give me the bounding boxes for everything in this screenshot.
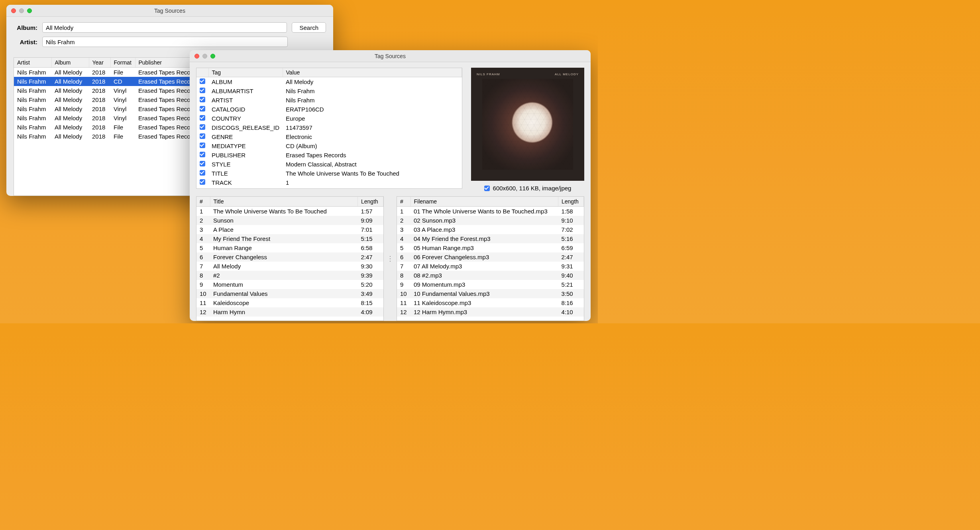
tag-row[interactable]: COUNTRYEurope [196,114,462,123]
tags-table: Tag Value ALBUMAll MelodyALBUMARTISTNils… [196,68,462,189]
tag-row[interactable]: ALBUMARTISTNils Frahm [196,86,462,96]
col-title[interactable]: Title [210,197,358,207]
track-row[interactable]: 1The Whole Universe Wants To Be Touched1… [196,207,383,216]
col-num[interactable]: # [397,197,410,207]
track-num: 5 [196,243,210,252]
track-row[interactable]: 9Momentum5:20 [196,280,383,289]
cell-album: All Melody [51,113,89,123]
track-num: 8 [196,271,210,280]
tag-value: 11473597 [283,123,462,132]
window-controls [190,54,215,59]
tag-key: PUBLISHER [208,151,283,160]
tag-row[interactable]: TRACK1 [196,178,462,187]
tag-checkbox[interactable] [200,170,205,176]
track-row[interactable]: 3A Place7:01 [196,225,383,234]
file-row[interactable]: 202 Sunson.mp39:10 [397,216,584,225]
track-length: 5:20 [358,280,383,289]
tag-row[interactable]: GENREElectronic [196,132,462,141]
tag-row[interactable]: STYLEModern Classical, Abstract [196,160,462,169]
col-tag[interactable]: Tag [208,68,283,77]
col-album[interactable]: Album [51,58,89,68]
file-row[interactable]: 505 Human Range.mp36:59 [397,243,584,252]
minimize-icon[interactable] [19,8,24,13]
album-input[interactable] [42,22,287,33]
file-row[interactable]: 1212 Harm Hymn.mp34:10 [397,307,584,317]
col-length[interactable]: Length [358,197,383,207]
file-row[interactable]: 909 Momentum.mp35:21 [397,280,584,289]
tag-checkbox[interactable] [200,152,205,157]
tag-checkbox[interactable] [200,161,205,166]
track-row[interactable]: 2Sunson9:09 [196,216,383,225]
col-year[interactable]: Year [89,58,110,68]
tag-checkbox[interactable] [200,97,205,102]
zoom-icon[interactable] [210,54,215,59]
col-filename[interactable]: Filename [410,197,558,207]
track-row[interactable]: 11Kaleidoscope8:15 [196,298,383,307]
track-row[interactable]: 7All Melody9:30 [196,262,383,271]
col-num[interactable]: # [196,197,210,207]
artist-input[interactable] [42,37,288,47]
tag-checkbox[interactable] [200,106,205,111]
tag-checkbox[interactable] [200,133,205,139]
track-title: My Friend The Forest [210,234,358,243]
minimize-icon[interactable] [202,54,207,59]
col-artist[interactable]: Artist [14,58,51,68]
file-row[interactable]: 1111 Kaleidoscope.mp38:16 [397,298,584,307]
file-name: 07 All Melody.mp3 [410,262,558,271]
cell-album: All Melody [51,132,89,141]
track-row[interactable]: 10Fundamental Values3:49 [196,289,383,298]
tag-checkbox[interactable] [200,88,205,93]
tag-row[interactable]: MEDIATYPECD (Album) [196,141,462,151]
col-length[interactable]: Length [558,197,584,207]
cell-album: All Melody [51,77,89,86]
tag-row[interactable]: TITLEThe Whole Universe Wants To Be Touc… [196,169,462,178]
tag-checkbox[interactable] [200,78,205,84]
tag-checkbox[interactable] [200,115,205,121]
track-length: 9:09 [358,216,383,225]
tag-row[interactable]: ARTISTNils Frahm [196,96,462,105]
include-artwork-checkbox[interactable] [484,186,490,191]
file-row[interactable]: 303 A Place.mp37:02 [397,225,584,234]
file-row[interactable]: 404 My Friend the Forest.mp35:16 [397,234,584,243]
track-row[interactable]: 6Forever Changeless2:47 [196,252,383,262]
tag-row[interactable]: ALBUMAll Melody [196,77,462,87]
cell-album: All Melody [51,104,89,113]
track-row[interactable]: 4My Friend The Forest5:15 [196,234,383,243]
track-length: 3:49 [358,289,383,298]
file-row[interactable]: 1010 Fundamental Values.mp33:50 [397,289,584,298]
file-num: 1 [397,207,410,216]
track-row[interactable]: 12Harm Hymn4:09 [196,307,383,317]
file-num: 9 [397,280,410,289]
titlebar[interactable]: Tag Sources [6,5,333,17]
cell-year: 2018 [89,68,110,77]
tag-checkbox[interactable] [200,143,205,148]
col-check[interactable] [196,68,208,77]
tag-checkbox-cell [196,86,208,96]
file-row[interactable]: 606 Forever Changeless.mp32:47 [397,252,584,262]
tag-row[interactable]: PUBLISHERErased Tapes Records [196,151,462,160]
tag-checkbox[interactable] [200,179,205,185]
tag-checkbox-cell [196,105,208,114]
titlebar[interactable]: Tag Sources [190,50,591,62]
tag-checkbox-cell [196,114,208,123]
file-row[interactable]: 808 #2.mp39:40 [397,271,584,280]
tag-value: Nils Frahm [283,96,462,105]
splitter-handle[interactable] [389,196,391,321]
cell-artist: Nils Frahm [14,132,51,141]
close-icon[interactable] [11,8,16,13]
track-row[interactable]: 5Human Range6:58 [196,243,383,252]
tag-checkbox[interactable] [200,124,205,130]
album-cover[interactable]: NILS FRAHM ALL MELODY [471,68,584,181]
tag-row[interactable]: CATALOGIDERATP106CD [196,105,462,114]
col-value[interactable]: Value [283,68,462,77]
track-num: 12 [196,307,210,317]
close-icon[interactable] [194,54,199,59]
zoom-icon[interactable] [27,8,32,13]
search-button[interactable]: Search [292,22,326,33]
track-num: 6 [196,252,210,262]
col-format[interactable]: Format [110,58,135,68]
file-row[interactable]: 707 All Melody.mp39:31 [397,262,584,271]
tag-row[interactable]: DISCOGS_RELEASE_ID11473597 [196,123,462,132]
file-row[interactable]: 101 The Whole Universe Wants to Be Touch… [397,207,584,216]
track-row[interactable]: 8#29:39 [196,271,383,280]
